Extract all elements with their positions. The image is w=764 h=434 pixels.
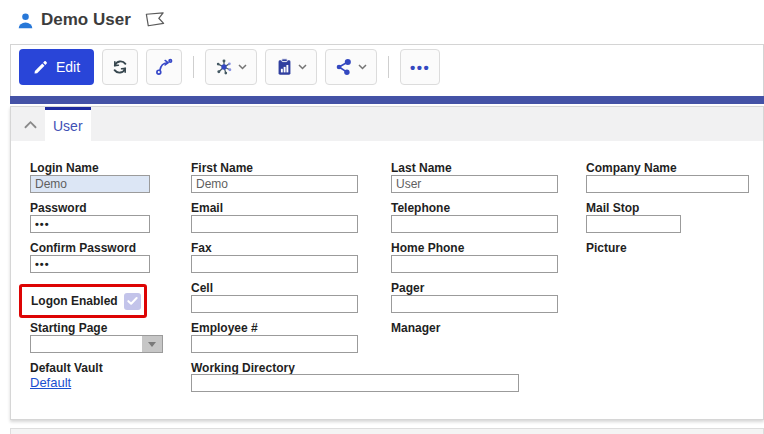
login-name-input[interactable] — [30, 175, 150, 193]
clipboard-chart-icon — [276, 58, 293, 76]
route-arrow-icon — [155, 58, 173, 76]
refresh-icon — [111, 58, 129, 76]
last-name-label: Last Name — [391, 161, 452, 175]
next-section-strip — [10, 428, 764, 434]
collapse-section-button[interactable] — [21, 117, 39, 131]
home-phone-input[interactable] — [391, 255, 558, 273]
pager-label: Pager — [391, 281, 424, 295]
user-settings-page: Demo User Edit — [0, 0, 764, 434]
user-icon — [17, 12, 34, 29]
edit-button[interactable]: Edit — [19, 49, 94, 85]
tab-user-label: User — [53, 118, 83, 134]
more-button[interactable]: ••• — [400, 49, 440, 85]
share-icon — [335, 58, 353, 76]
mail-stop-input[interactable] — [586, 215, 681, 233]
cell-label: Cell — [191, 281, 213, 295]
fax-input[interactable] — [191, 255, 358, 273]
chevron-down-icon — [298, 64, 307, 70]
login-name-label: Login Name — [30, 161, 99, 175]
workflow-hub-icon — [215, 58, 233, 76]
accent-bar — [10, 96, 764, 104]
working-directory-input[interactable] — [191, 374, 519, 392]
workflow-menu-button[interactable] — [205, 49, 257, 85]
tab-strip: User — [11, 107, 763, 141]
starting-page-select[interactable] — [30, 335, 163, 353]
logon-enabled-highlight: Logon Enabled — [19, 284, 147, 318]
employee-number-label: Employee # — [191, 321, 258, 335]
picture-label: Picture — [586, 241, 627, 255]
home-phone-label: Home Phone — [391, 241, 464, 255]
toolbar-separator — [388, 56, 389, 78]
starting-page-dropdown-button[interactable] — [142, 336, 162, 352]
toolbar-separator — [193, 56, 194, 78]
company-name-input[interactable] — [586, 175, 749, 193]
password-label: Password — [30, 201, 87, 215]
telephone-label: Telephone — [391, 201, 450, 215]
last-name-input[interactable] — [391, 175, 558, 193]
password-input[interactable] — [30, 215, 150, 233]
logon-enabled-label: Logon Enabled — [31, 294, 118, 308]
default-vault-link[interactable]: Default — [30, 375, 71, 390]
confirm-password-input[interactable] — [30, 255, 150, 273]
first-name-label: First Name — [191, 161, 253, 175]
flag-icon[interactable] — [143, 11, 166, 29]
toolbar: Edit — [10, 44, 764, 96]
working-directory-label: Working Directory — [191, 361, 295, 375]
ellipsis-icon: ••• — [410, 60, 430, 75]
fax-label: Fax — [191, 241, 212, 255]
starting-page-input[interactable] — [31, 336, 142, 352]
chevron-down-icon — [358, 64, 367, 70]
company-name-label: Company Name — [586, 161, 677, 175]
confirm-password-label: Confirm Password — [30, 241, 136, 255]
chevron-down-icon — [238, 64, 247, 70]
email-input[interactable] — [191, 215, 358, 233]
mail-stop-label: Mail Stop — [586, 201, 639, 215]
share-menu-button[interactable] — [325, 49, 377, 85]
route-button[interactable] — [146, 49, 182, 85]
pager-input[interactable] — [391, 295, 558, 313]
manager-label: Manager — [391, 321, 440, 335]
tab-user[interactable]: User — [45, 107, 91, 141]
cell-input[interactable] — [191, 295, 358, 313]
first-name-input[interactable] — [191, 175, 358, 193]
pencil-icon — [33, 60, 48, 75]
email-label: Email — [191, 201, 223, 215]
logon-enabled-checkbox[interactable] — [124, 293, 141, 310]
dropdown-arrow-icon — [148, 342, 156, 347]
edit-button-label: Edit — [56, 59, 80, 75]
chevron-up-icon — [23, 119, 38, 130]
user-section-panel: User Login Name First Name Last Name Com… — [10, 106, 764, 420]
page-title: Demo User — [41, 10, 131, 30]
reports-menu-button[interactable] — [265, 49, 317, 85]
starting-page-label: Starting Page — [30, 321, 107, 335]
employee-number-input[interactable] — [191, 335, 358, 353]
refresh-button[interactable] — [102, 49, 138, 85]
page-header: Demo User — [0, 0, 764, 40]
telephone-input[interactable] — [391, 215, 558, 233]
check-icon — [127, 296, 138, 306]
default-vault-label: Default Vault — [30, 361, 103, 375]
